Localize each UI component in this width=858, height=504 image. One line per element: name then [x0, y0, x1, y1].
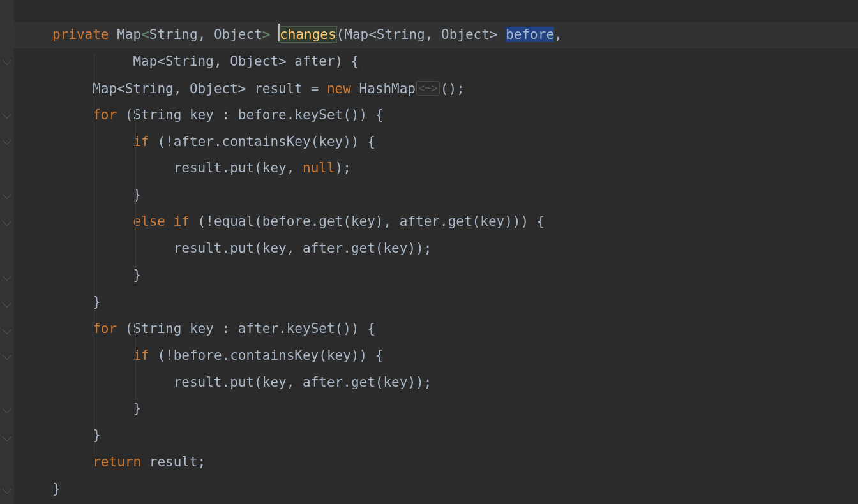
method-name: changes [280, 27, 336, 42]
code-line[interactable]: if (!before.containsKey(key)) { [14, 343, 858, 369]
fold-marker-icon[interactable] [3, 404, 11, 413]
code-line[interactable]: if (!after.containsKey(key)) { [14, 129, 858, 156]
fold-marker-icon[interactable] [3, 56, 11, 65]
code-line[interactable]: return result; [14, 449, 858, 476]
code-line[interactable]: for (String key : after.keySet()) { [14, 316, 858, 343]
code-line[interactable]: } [14, 262, 858, 289]
fold-marker-icon[interactable] [3, 217, 11, 226]
fold-marker-icon[interactable] [3, 485, 11, 494]
code-line[interactable]: for (String key : before.keySet()) { [14, 102, 858, 129]
code-line[interactable]: } [14, 396, 858, 422]
code-line[interactable]: } [14, 289, 858, 316]
code-line[interactable]: } [14, 476, 858, 503]
code-line[interactable]: } [14, 422, 858, 449]
fold-marker-icon[interactable] [3, 190, 11, 199]
code-line[interactable]: result.put(key, after.get(key)); [14, 369, 858, 396]
code-line[interactable]: private Map<String, Object> changes(Map<… [14, 22, 858, 48]
code-line[interactable]: else if (!equal(before.get(key), after.g… [14, 209, 858, 235]
code-line[interactable]: Map<String, Object> after) { [14, 48, 858, 75]
fold-marker-icon[interactable] [3, 272, 11, 281]
code-line[interactable]: result.put(key, null); [14, 155, 858, 182]
fold-marker-icon[interactable] [3, 351, 11, 360]
fold-marker-icon[interactable] [3, 136, 11, 145]
code-line[interactable]: result.put(key, after.get(key)); [14, 235, 858, 262]
fold-marker-icon[interactable] [3, 433, 11, 441]
fold-marker-icon[interactable] [3, 299, 11, 308]
code-line[interactable]: } [14, 182, 858, 209]
keyword: private [52, 27, 109, 42]
fold-marker-icon[interactable] [3, 325, 11, 334]
inlay-hint: <~> [416, 81, 440, 96]
code-line[interactable]: Map<String, Object> result = new HashMap… [14, 75, 858, 102]
code-editor[interactable]: private Map<String, Object> changes(Map<… [14, 0, 858, 504]
editor-gutter [0, 0, 14, 504]
fold-marker-icon[interactable] [3, 110, 11, 119]
